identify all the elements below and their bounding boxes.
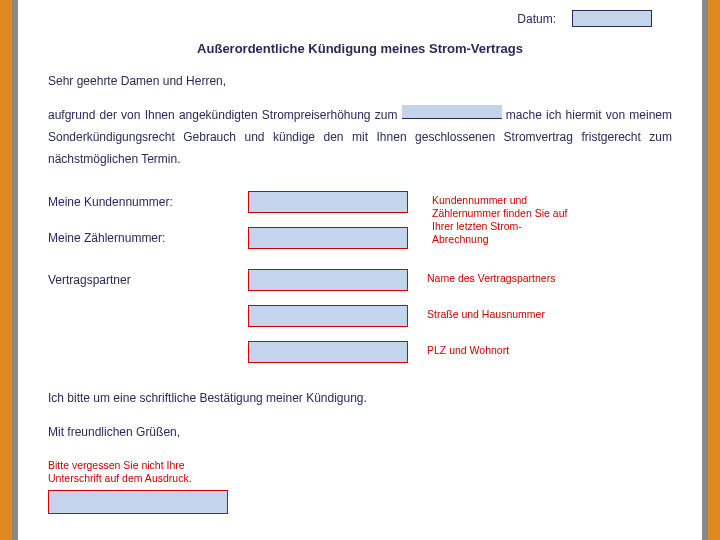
body-paragraph: aufgrund der von Ihnen angekündigten Str… [48, 104, 672, 171]
date-field[interactable] [572, 10, 652, 27]
document-title: Außerordentliche Kündigung meines Strom-… [48, 41, 672, 56]
date-row: Datum: [48, 0, 672, 27]
signature-hint: Bitte vergessen Sie nicht Ihre Unterschr… [48, 459, 228, 486]
kunden-zaehler-hint: Kundennummer und Zählernummer finden Sie… [418, 191, 568, 247]
price-increase-date-field[interactable] [402, 105, 502, 119]
zaehlernummer-field[interactable] [248, 227, 408, 249]
strasse-hint: Straße und Hausnummer [413, 305, 672, 321]
plz-row: PLZ und Wohnort [48, 341, 672, 367]
vertragspartner-label: Vertragspartner [48, 269, 248, 287]
vertragspartner-name-field[interactable] [248, 269, 408, 291]
strasse-row: Straße und Hausnummer [48, 305, 672, 331]
document-page: Datum: Außerordentliche Kündigung meines… [12, 0, 708, 540]
zaehlernummer-row: Meine Zählernummer: [48, 227, 672, 253]
kundennummer-label: Meine Kundennummer: [48, 191, 248, 209]
body-part1: aufgrund der von Ihnen angekündigten Str… [48, 108, 402, 122]
confirmation-text: Ich bitte um eine schriftliche Bestätigu… [48, 391, 672, 405]
vertragspartner-name-hint: Name des Vertragspartners [413, 269, 672, 285]
plz-field[interactable] [248, 341, 408, 363]
salutation: Sehr geehrte Damen und Herren, [48, 74, 672, 88]
kundennummer-row: Meine Kundennummer: Kundennummer und Zäh… [48, 191, 672, 217]
strasse-field[interactable] [248, 305, 408, 327]
closing-text: Mit freundlichen Grüßen, [48, 425, 672, 439]
vertragspartner-row: Vertragspartner Name des Vertragspartner… [48, 269, 672, 295]
kundennummer-field[interactable] [248, 191, 408, 213]
zaehlernummer-label: Meine Zählernummer: [48, 227, 248, 245]
signature-field[interactable] [48, 490, 228, 514]
plz-hint: PLZ und Wohnort [413, 341, 672, 357]
date-label: Datum: [517, 12, 556, 26]
content-area: Datum: Außerordentliche Kündigung meines… [18, 0, 702, 514]
